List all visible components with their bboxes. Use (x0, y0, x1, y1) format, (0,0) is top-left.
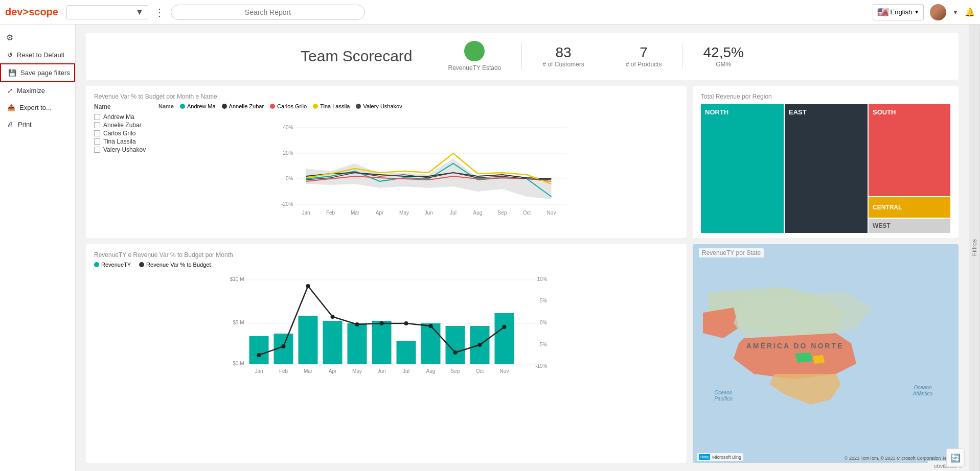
checkbox-4[interactable] (94, 147, 100, 153)
svg-marker-70 (795, 352, 813, 363)
lang-arrow-icon: ▼ (914, 9, 919, 15)
svg-text:Jun: Jun (424, 210, 432, 216)
svg-text:Oct: Oct (476, 368, 484, 374)
line-chart-area: 40% 20% 0% -20% Jan Feb Mar Apr May (158, 112, 678, 225)
language-label: English (891, 8, 913, 16)
name-item-0[interactable]: Andrew Ma (94, 113, 150, 121)
svg-text:Pacífico: Pacífico (714, 396, 733, 402)
customers-label: # of Customers (542, 61, 584, 68)
print-item[interactable]: 🖨 Print (0, 116, 75, 133)
bing-logo: Bing (699, 454, 710, 460)
line-chart-legend: Name Andrew Ma Annelie Zubar Carlos Gril… (158, 103, 678, 109)
svg-text:Mar: Mar (351, 210, 360, 216)
legend-valery: Valery Ushakov (356, 103, 402, 109)
maximize-item[interactable]: ⤢ Maximize (0, 82, 75, 99)
svg-text:Feb: Feb (279, 368, 288, 374)
svg-text:Mar: Mar (304, 368, 313, 374)
map-continent-label: AMÉRICA DO NORTE (746, 342, 844, 350)
svg-text:May: May (399, 210, 409, 216)
checkbox-0[interactable] (94, 114, 100, 120)
legend-dot-valery (356, 104, 361, 109)
scorecard-title: Team Scorecard (301, 48, 412, 65)
map-panel: RevenueTY por State (693, 244, 959, 463)
bar-chart-legend: RevenueTY Revenue Var % to Budget (94, 262, 678, 268)
flag-icon: 🇺🇸 (877, 7, 888, 18)
line-chart-panel: Revenue Var % to Budget por Month e Name… (86, 86, 687, 238)
reset-to-default-item[interactable]: ↺ Reset to Default (0, 46, 75, 63)
name-item-1[interactable]: Annelie Zubar (94, 122, 150, 129)
content-area: Team Scorecard RevenueTY Estado 83 # of … (76, 25, 969, 471)
bar-chart-title: RevenueTY e Revenue Var % to Budget por … (94, 251, 678, 258)
treemap-west-label: WEST (873, 222, 891, 229)
treemap-central[interactable]: CENTRAL (869, 197, 950, 218)
main-layout: ⚙ ↺ Reset to Default 💾 Save page filters… (0, 25, 980, 471)
gm-value: 42,5% (703, 44, 743, 61)
svg-text:10%: 10% (537, 276, 547, 282)
notifications-icon[interactable]: 🔔 (965, 7, 975, 17)
treemap-west[interactable]: WEST (869, 219, 950, 233)
gear-icon[interactable]: ⚙ (6, 33, 13, 42)
recaptcha-icon: 🔄 (950, 453, 961, 463)
print-label: Print (18, 121, 32, 128)
save-page-filters-item[interactable]: 💾 Save page filters (0, 63, 75, 82)
svg-text:Feb: Feb (326, 210, 335, 216)
search-input[interactable] (171, 5, 365, 20)
bar-chart-area: $10 M $5 M $0 M 10% 5% 0% -5% -10% (94, 271, 678, 378)
svg-text:-20%: -20% (281, 201, 293, 207)
more-options-icon[interactable]: ⋮ (152, 6, 167, 18)
legend-name-label: Name (158, 103, 174, 109)
svg-point-49 (429, 324, 433, 328)
header-dropdown-arrow[interactable]: ▼ (952, 9, 959, 16)
svg-text:Jul: Jul (450, 210, 457, 216)
print-icon: 🖨 (7, 121, 14, 128)
name-item-4[interactable]: Valery Ushakov (94, 146, 150, 153)
svg-point-42 (257, 353, 261, 357)
legend-carlos: Carlos Grilo (270, 103, 307, 109)
name-item-2[interactable]: Carlos Grilo (94, 130, 150, 137)
svg-rect-34 (323, 321, 343, 364)
filter-panel[interactable]: Filtros (969, 25, 980, 471)
revenue-status-circle (464, 41, 485, 61)
svg-text:0%: 0% (540, 320, 548, 325)
kpi-products: 7 # of Products (626, 44, 662, 68)
svg-rect-35 (348, 323, 367, 364)
treemap-south[interactable]: SOUTH (869, 104, 950, 196)
svg-point-48 (404, 321, 408, 325)
name-item-3[interactable]: Tina Lassila (94, 138, 150, 145)
svg-text:Jan: Jan (255, 368, 263, 374)
language-button[interactable]: 🇺🇸 English ▼ (873, 4, 924, 20)
svg-point-52 (503, 325, 507, 329)
middle-row: Revenue Var % to Budget por Month e Name… (86, 86, 959, 238)
svg-text:Sep: Sep (451, 368, 460, 374)
avatar[interactable] (930, 4, 946, 20)
svg-point-44 (306, 284, 310, 288)
checkbox-2[interactable] (94, 130, 100, 136)
report-dropdown[interactable]: ▼ (66, 5, 148, 19)
svg-text:Nov: Nov (500, 368, 509, 374)
recaptcha[interactable]: 🔄 (946, 449, 965, 467)
legend-dot-revenue-var (139, 262, 144, 267)
treemap-panel: Total Revenue por Region NORTH EAST SOUT… (693, 86, 959, 238)
svg-point-47 (380, 321, 384, 325)
header-right: 🇺🇸 English ▼ ▼ 🔔 (873, 4, 975, 20)
treemap-north[interactable]: NORTH (701, 104, 784, 233)
svg-text:Sep: Sep (498, 210, 507, 216)
treemap-east[interactable]: EAST (785, 104, 868, 233)
svg-rect-31 (249, 336, 269, 364)
svg-text:Aug: Aug (426, 368, 436, 374)
treemap-central-label: CENTRAL (873, 204, 902, 211)
bar-chart-panel: RevenueTY e Revenue Var % to Budget por … (86, 244, 687, 463)
svg-point-51 (478, 343, 482, 347)
customers-value: 83 (556, 44, 572, 61)
avatar-image (930, 4, 946, 20)
header: dev>scope ▼ ⋮ 🇺🇸 English ▼ ▼ 🔔 (0, 0, 980, 25)
svg-text:Jan: Jan (302, 210, 310, 216)
svg-text:Jul: Jul (403, 368, 409, 374)
export-item[interactable]: 📤 Export to... (0, 99, 75, 116)
reset-icon: ↺ (7, 51, 13, 59)
checkbox-3[interactable] (94, 138, 100, 145)
gm-label: GM% (716, 61, 731, 68)
products-value: 7 (640, 44, 648, 61)
checkbox-1[interactable] (94, 122, 100, 128)
map-copyright: © 2023 TomTom, © 2023 Microsoft Corporat… (845, 456, 954, 461)
